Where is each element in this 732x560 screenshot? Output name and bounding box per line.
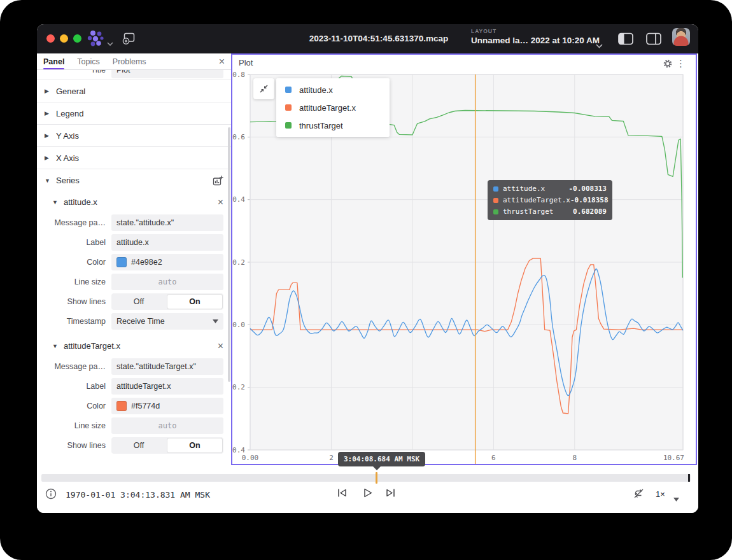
label-row: Label attitude.x — [37, 232, 231, 252]
section-legend[interactable]: ▶ Legend — [37, 102, 231, 125]
user-avatar[interactable] — [672, 28, 690, 46]
message-path-input[interactable]: state."attitude.x" — [111, 214, 223, 231]
screen-background: 2023-11-10T04:51:45.631370.mcap LAYOUT U… — [0, 0, 732, 560]
label-label: Label — [45, 238, 111, 247]
svg-text:0.8: 0.8 — [232, 71, 245, 79]
tab-panel[interactable]: Panel — [43, 53, 64, 69]
left-sidebar-toggle-icon[interactable] — [618, 32, 633, 48]
show-lines-row: Show lines Off On — [37, 291, 231, 311]
seek-start-button[interactable] — [337, 487, 348, 501]
label-input[interactable]: attitude.x — [111, 234, 223, 251]
series-attitude-x-header[interactable]: ▼ attitude.x × — [37, 192, 231, 213]
label-input[interactable]: attitudeTarget.x — [111, 378, 223, 395]
svg-text:10.67: 10.67 — [663, 454, 684, 462]
playback-info-icon[interactable] — [45, 488, 57, 502]
layout-label: LAYOUT — [471, 28, 600, 34]
tooltip-series-value: 0.682089 — [573, 207, 607, 216]
tooltip-row: thrustTarget0.682089 — [493, 207, 607, 216]
show-lines-off-button[interactable]: Off — [111, 437, 166, 454]
seek-end-button[interactable] — [385, 487, 396, 501]
remove-series-icon[interactable]: × — [218, 197, 223, 207]
show-lines-label: Show lines — [45, 441, 111, 450]
collapse-arrows-icon — [258, 83, 269, 94]
chevron-right-icon: ▶ — [45, 88, 50, 94]
color-label: Color — [45, 402, 111, 410]
section-x-axis[interactable]: ▶ X Axis — [37, 147, 231, 169]
app-menu-caret-icon[interactable] — [107, 37, 113, 48]
playback-speed[interactable]: 1× — [656, 489, 665, 499]
title-field-input[interactable]: Plot — [111, 70, 223, 78]
legend-item[interactable]: attitude.x — [276, 81, 390, 99]
timestamp-value: Receive Time — [116, 317, 165, 326]
line-size-input[interactable]: auto — [111, 274, 223, 290]
tab-topics[interactable]: Topics — [77, 53, 99, 69]
collapse-legend-button[interactable] — [253, 78, 274, 99]
legend-label: attitude.x — [299, 85, 333, 95]
show-lines-off-button[interactable]: Off — [111, 293, 166, 310]
section-y-axis[interactable]: ▶ Y Axis — [37, 125, 231, 147]
svg-text:0.2: 0.2 — [232, 258, 245, 267]
series-attitude-target-x-header[interactable]: ▼ attitudeTarget.x × — [37, 335, 231, 356]
svg-text:0.4: 0.4 — [232, 195, 245, 204]
timestamp-label: Timestamp — [45, 317, 111, 326]
color-row: Color #4e98e2 — [37, 252, 231, 272]
label-label: Label — [45, 382, 111, 391]
chevron-right-icon: ▶ — [45, 110, 50, 116]
speed-caret-icon[interactable] — [673, 493, 679, 504]
show-lines-on-button[interactable]: On — [167, 295, 222, 309]
section-label: Series — [56, 176, 80, 185]
color-swatch[interactable] — [116, 401, 127, 411]
svg-text:-0.4: -0.4 — [232, 446, 245, 454]
color-input[interactable]: #4e98e2 — [111, 254, 223, 270]
section-label: General — [56, 87, 85, 96]
app-window: 2023-11-10T04:51:45.631370.mcap LAYOUT U… — [37, 24, 698, 513]
message-path-row: Message pa… state."attitude.x" — [37, 213, 231, 232]
color-input[interactable]: #f5774d — [111, 398, 223, 414]
right-sidebar-toggle-icon[interactable] — [646, 32, 661, 48]
chevron-down-icon: ▼ — [45, 178, 50, 184]
legend-item[interactable]: attitudeTarget.x — [276, 99, 390, 116]
add-series-icon[interactable] — [213, 175, 223, 186]
timestamp-select[interactable]: Receive Time — [111, 313, 223, 330]
message-path-label: Message pa… — [45, 362, 111, 371]
line-size-row: Line size auto — [37, 416, 231, 435]
layout-selector[interactable]: LAYOUT Unnamed la… 2022 at 10:20 AM — [471, 28, 600, 45]
section-label: Y Axis — [56, 131, 79, 141]
clipped-title-row: Title Plot — [37, 70, 231, 80]
tab-problems[interactable]: Problems — [113, 53, 146, 69]
svg-text:2: 2 — [329, 454, 334, 462]
line-size-input[interactable]: auto — [111, 417, 223, 434]
minimize-window-button[interactable] — [60, 34, 68, 43]
chevron-down-icon — [213, 319, 218, 323]
timestamp-row: Timestamp Receive Time — [37, 311, 231, 331]
loop-off-icon[interactable] — [633, 487, 645, 502]
play-button[interactable] — [362, 487, 373, 501]
section-series[interactable]: ▼ Series — [37, 169, 231, 192]
section-label: Legend — [56, 109, 83, 118]
foxglove-logo-icon[interactable] — [87, 30, 106, 50]
show-lines-on-button[interactable]: On — [167, 438, 222, 452]
chevron-right-icon: ▶ — [45, 155, 50, 161]
series-name: attitudeTarget.x — [64, 341, 120, 351]
data-source-title[interactable]: 2023-11-10T04:51:45.631370.mcap — [309, 34, 448, 43]
sidebar-scrollbar[interactable] — [228, 127, 230, 382]
message-path-input[interactable]: state."attitudeTarget.x" — [111, 358, 223, 375]
series-name: attitude.x — [64, 197, 97, 207]
label-row: Label attitudeTarget.x — [37, 376, 231, 396]
timeline-scrubber[interactable] — [41, 474, 691, 482]
section-label: X Axis — [56, 153, 79, 163]
add-panel-icon[interactable] — [122, 32, 136, 47]
legend-item[interactable]: thrustTarget — [276, 116, 390, 134]
chevron-down-icon: ▼ — [52, 343, 58, 349]
color-swatch[interactable] — [116, 257, 127, 267]
close-sidebar-icon[interactable]: × — [219, 53, 225, 69]
remove-series-icon[interactable]: × — [218, 341, 223, 351]
layout-caret-icon[interactable] — [596, 39, 603, 51]
section-general[interactable]: ▶ General — [37, 80, 231, 102]
current-timestamp: 1970-01-01 3:04:13.831 AM MSK — [66, 490, 210, 500]
zoom-window-button[interactable] — [73, 34, 81, 43]
close-window-button[interactable] — [46, 34, 55, 43]
playback-bar: 1970-01-01 3:04:13.831 AM MSK — [37, 465, 698, 513]
tooltip-row: attitude.x-0.008313 — [493, 185, 607, 193]
svg-text:8: 8 — [573, 454, 577, 462]
